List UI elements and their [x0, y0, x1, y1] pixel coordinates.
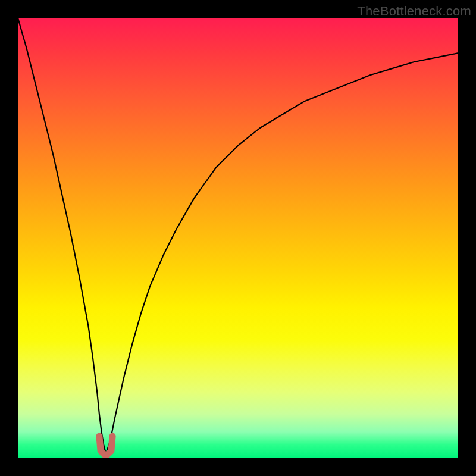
gradient-plot-area — [18, 18, 458, 458]
watermark-text: TheBottleneck.com — [357, 4, 471, 19]
highlight-u-marker — [99, 436, 112, 456]
bottleneck-curve-left — [18, 18, 106, 454]
bottleneck-curve-right — [106, 53, 458, 453]
chart-container: TheBottleneck.com — [0, 0, 476, 476]
curve-layer — [18, 18, 458, 458]
